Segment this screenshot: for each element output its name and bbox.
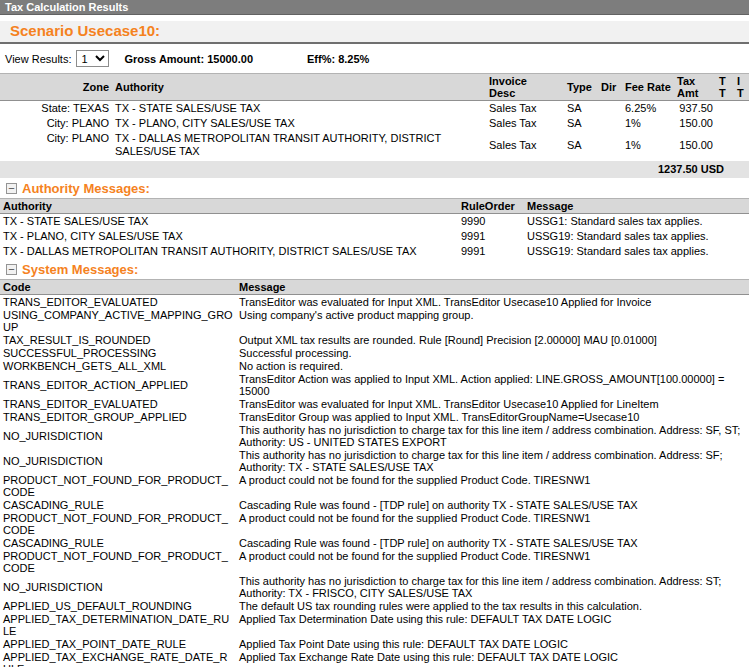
table-cell: TransEditor Action was applied to Input … [236, 372, 749, 397]
table-row: APPLIED_TAX_EXCHANGE_RATE_DATE_RULEAppli… [0, 650, 749, 667]
table-cell: PRODUCT_NOT_FOUND_FOR_PRODUCT_CODE [0, 549, 236, 574]
system-messages-heading: − System Messages: [0, 259, 749, 279]
table-cell: 1% [622, 116, 674, 131]
table-cell: NO_JURISDICTION [0, 448, 236, 473]
table-cell: TransEditor Group was applied to Input X… [236, 410, 749, 423]
table-row: PRODUCT_NOT_FOUND_FOR_PRODUCT_CODEA prod… [0, 511, 749, 536]
table-cell: SA [564, 131, 598, 159]
table-cell: Successful processing. [236, 346, 749, 359]
table-row: PRODUCT_NOT_FOUND_FOR_PRODUCT_CODEA prod… [0, 473, 749, 498]
table-cell: TX - PLANO, CITY SALES/USE TAX [0, 229, 458, 244]
table-cell: USSG19: Standard sales tax applies. [524, 244, 749, 259]
table-row: NO_JURISDICTIONThis authority has no jur… [0, 448, 749, 473]
table-cell: CASCADING_RULE [0, 498, 236, 511]
table-row: NO_JURISDICTIONThis authority has no jur… [0, 574, 749, 599]
table-cell: TRANS_EDITOR_GROUP_APPLIED [0, 410, 236, 423]
table-row: APPLIED_TAX_DETERMINATION_DATE_RULEAppli… [0, 612, 749, 637]
table-cell: No action is required. [236, 359, 749, 372]
column-header: Dir [598, 74, 622, 101]
table-cell: Sales Tax [486, 101, 564, 117]
column-header: IT [734, 74, 749, 101]
table-cell: TRANS_EDITOR_ACTION_APPLIED [0, 372, 236, 397]
table-cell: PRODUCT_NOT_FOUND_FOR_PRODUCT_CODE [0, 511, 236, 536]
table-row: TX - STATE SALES/USE TAX9990USSG1: Stand… [0, 214, 749, 230]
table-cell: The default US tax rounding rules were a… [236, 599, 749, 612]
table-row: TX - DALLAS METROPOLITAN TRANSIT AUTHORI… [0, 244, 749, 259]
table-cell: 6.25% [622, 101, 674, 117]
table-cell [598, 116, 622, 131]
table-cell: This authority has no jurisdiction to ch… [236, 423, 749, 448]
table-cell: TransEditor was evaluated for Input XML.… [236, 397, 749, 410]
table-cell: APPLIED_TAX_DETERMINATION_DATE_RULE [0, 612, 236, 637]
table-cell [716, 101, 734, 117]
table-cell: USSG19: Standard sales tax applies. [524, 229, 749, 244]
table-cell [716, 131, 734, 159]
table-cell: State: TEXAS [0, 101, 112, 117]
table-cell: Sales Tax [486, 116, 564, 131]
table-row: State: TEXASTX - STATE SALES/USE TAXSale… [0, 101, 749, 117]
table-row: SUCCESSFUL_PROCESSINGSuccessful processi… [0, 346, 749, 359]
table-row: TRANS_EDITOR_GROUP_APPLIEDTransEditor Gr… [0, 410, 749, 423]
table-cell [598, 131, 622, 159]
column-header: Authority [0, 199, 458, 214]
table-cell: PRODUCT_NOT_FOUND_FOR_PRODUCT_CODE [0, 473, 236, 498]
table-cell: SA [564, 116, 598, 131]
authority-messages-table: AuthorityRuleOrderMessage TX - STATE SAL… [0, 198, 749, 259]
table-cell: 9991 [458, 229, 524, 244]
table-row: TAX_RESULT_IS_ROUNDEDOutput XML tax resu… [0, 333, 749, 346]
view-results-label: View Results: [5, 53, 71, 65]
scenario-header: Scenario Usecase10: [0, 21, 749, 44]
table-cell: Cascading Rule was found - [TDP rule] on… [236, 498, 749, 511]
table-row: APPLIED_US_DEFAULT_ROUNDINGThe default U… [0, 599, 749, 612]
table-cell: 937.50 [674, 101, 716, 117]
table-cell: Output XML tax results are rounded. Rule… [236, 333, 749, 346]
table-cell: TX - STATE SALES/USE TAX [0, 214, 458, 230]
collapse-minus-icon[interactable]: − [6, 183, 17, 194]
table-cell: City: PLANO [0, 131, 112, 159]
column-header: Invoice Desc [486, 74, 564, 101]
table-row: TRANS_EDITOR_ACTION_APPLIEDTransEditor A… [0, 372, 749, 397]
table-cell: 1% [622, 131, 674, 159]
table-cell: APPLIED_TAX_POINT_DATE_RULE [0, 637, 236, 650]
column-header: Message [524, 199, 749, 214]
tax-results-table: ZoneAuthorityInvoice DescTypeDirFee Rate… [0, 73, 749, 159]
table-cell: This authority has no jurisdiction to ch… [236, 448, 749, 473]
total-amount: 1237.50 USD [0, 161, 749, 178]
table-cell: NO_JURISDICTION [0, 574, 236, 599]
effective-rate-value: Eff%: 8.25% [307, 53, 369, 65]
authority-messages-heading: − Authority Messages: [0, 178, 749, 198]
collapse-minus-icon[interactable]: − [6, 264, 17, 275]
table-row: City: PLANOTX - PLANO, CITY SALES/USE TA… [0, 116, 749, 131]
table-cell: TX - DALLAS METROPOLITAN TRANSIT AUTHORI… [0, 244, 458, 259]
table-cell: A product could not be found for the sup… [236, 549, 749, 574]
table-row: USING_COMPANY_ACTIVE_MAPPING_GROUPUsing … [0, 308, 749, 333]
system-messages-title: System Messages: [22, 262, 138, 277]
column-header: RuleOrder [458, 199, 524, 214]
table-cell: TX - DALLAS METROPOLITAN TRANSIT AUTHORI… [112, 131, 486, 159]
table-cell: SA [564, 101, 598, 117]
table-row: CASCADING_RULECascading Rule was found -… [0, 498, 749, 511]
table-cell: 9991 [458, 244, 524, 259]
table-cell [716, 116, 734, 131]
table-cell: 9990 [458, 214, 524, 230]
system-messages-table: CodeMessage TRANS_EDITOR_EVALUATEDTransE… [0, 279, 749, 667]
table-row: TX - PLANO, CITY SALES/USE TAX9991USSG19… [0, 229, 749, 244]
table-cell [734, 116, 749, 131]
view-results-select[interactable]: 1 [76, 50, 109, 67]
column-header: Authority [112, 74, 486, 101]
column-header: Message [236, 280, 749, 295]
table-row: NO_JURISDICTIONThis authority has no jur… [0, 423, 749, 448]
table-cell: WORKBENCH_GETS_ALL_XML [0, 359, 236, 372]
table-row: TRANS_EDITOR_EVALUATEDTransEditor was ev… [0, 295, 749, 309]
authority-messages-title: Authority Messages: [22, 181, 150, 196]
table-cell: A product could not be found for the sup… [236, 473, 749, 498]
table-cell: TRANS_EDITOR_EVALUATED [0, 397, 236, 410]
table-cell: TAX_RESULT_IS_ROUNDED [0, 333, 236, 346]
table-cell: TransEditor was evaluated for Input XML.… [236, 295, 749, 309]
table-row: CASCADING_RULECascading Rule was found -… [0, 536, 749, 549]
column-header: Zone [0, 74, 112, 101]
table-header-row: AuthorityRuleOrderMessage [0, 199, 749, 214]
table-row: APPLIED_TAX_POINT_DATE_RULEApplied Tax P… [0, 637, 749, 650]
table-row: PRODUCT_NOT_FOUND_FOR_PRODUCT_CODEA prod… [0, 549, 749, 574]
column-header: Code [0, 280, 236, 295]
